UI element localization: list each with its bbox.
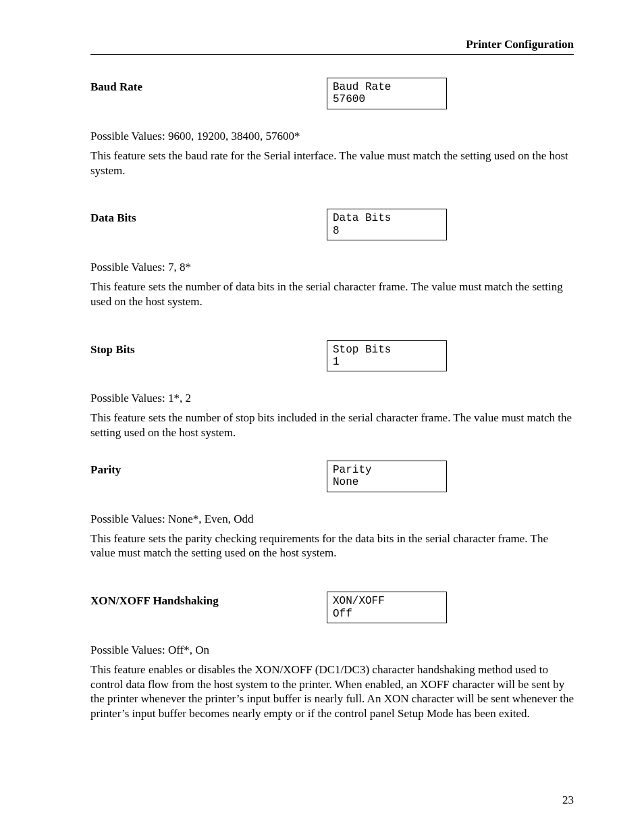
lcd-line-1: XON/XOFF	[333, 595, 385, 607]
lcd-line-1: Parity	[333, 464, 372, 476]
section-row: Data Bits Data Bits 8	[90, 209, 574, 240]
lcd-line-2: 8	[333, 225, 340, 237]
lcd-line-2: None	[333, 476, 358, 488]
lcd-line-1: Data Bits	[333, 212, 391, 224]
description: This feature sets the number of stop bit…	[90, 411, 574, 440]
lcd-display: XON/XOFF Off	[327, 592, 447, 623]
possible-values: Possible Values: Off*, On	[90, 644, 574, 657]
lcd-display: Stop Bits 1	[327, 340, 447, 372]
section-row: Baud Rate Baud Rate 57600	[90, 78, 574, 109]
possible-values: Possible Values: None*, Even, Odd	[90, 513, 574, 526]
section-stop-bits: Stop Bits Stop Bits 1 Possible Values: 1…	[90, 340, 574, 440]
running-header: Printer Configuration	[90, 38, 574, 54]
lcd-display: Baud Rate 57600	[327, 78, 447, 109]
description: This feature sets the parity checking re…	[90, 531, 574, 561]
section-row: Parity Parity None	[90, 461, 574, 492]
section-label: Baud Rate	[90, 78, 327, 94]
section-xon-xoff: XON/XOFF Handshaking XON/XOFF Off Possib…	[90, 592, 574, 721]
document-page: Printer Configuration Baud Rate Baud Rat…	[0, 0, 644, 834]
page-number: 23	[562, 793, 574, 807]
description: This feature enables or disables the XON…	[90, 662, 574, 721]
section-data-bits: Data Bits Data Bits 8 Possible Values: 7…	[90, 209, 574, 309]
possible-values: Possible Values: 7, 8*	[90, 261, 574, 274]
section-label: XON/XOFF Handshaking	[90, 592, 327, 608]
lcd-line-2: 1	[333, 356, 340, 368]
section-label: Data Bits	[90, 209, 327, 225]
section-label: Parity	[90, 461, 327, 477]
header-rule	[90, 54, 574, 55]
section-row: Stop Bits Stop Bits 1	[90, 340, 574, 372]
lcd-line-2: Off	[333, 608, 352, 620]
lcd-line-1: Stop Bits	[333, 344, 391, 356]
section-label: Stop Bits	[90, 340, 327, 357]
description: This feature sets the baud rate for the …	[90, 149, 574, 178]
lcd-line-2: 57600	[333, 93, 365, 105]
lcd-display: Data Bits 8	[327, 209, 447, 240]
section-baud-rate: Baud Rate Baud Rate 57600 Possible Value…	[90, 78, 574, 178]
lcd-display: Parity None	[327, 461, 447, 492]
possible-values: Possible Values: 1*, 2	[90, 392, 574, 405]
lcd-line-1: Baud Rate	[333, 81, 391, 93]
possible-values: Possible Values: 9600, 19200, 38400, 576…	[90, 130, 574, 143]
description: This feature sets the number of data bit…	[90, 280, 574, 309]
section-row: XON/XOFF Handshaking XON/XOFF Off	[90, 592, 574, 623]
section-parity: Parity Parity None Possible Values: None…	[90, 461, 574, 561]
